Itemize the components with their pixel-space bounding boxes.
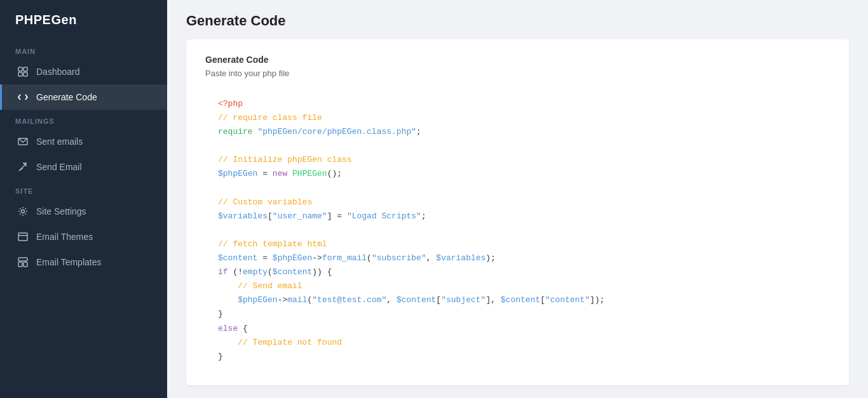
code-line-blank3	[218, 223, 817, 237]
svg-rect-11	[18, 262, 22, 267]
templates-icon	[17, 256, 29, 268]
section-label-mailings: Mailings	[0, 110, 167, 129]
code-block: <?php // require class file require "php…	[205, 91, 830, 370]
sidebar-item-email-templates[interactable]: Email Templates	[0, 249, 167, 275]
code-line-4: // Initialize phpEGen class	[218, 153, 817, 167]
svg-point-7	[22, 210, 25, 213]
svg-rect-2	[18, 72, 22, 76]
code-line-9: $content = $phpEGen->form_mail("subscrib…	[218, 251, 817, 265]
svg-rect-1	[24, 67, 27, 71]
code-line-6: // Custom variables	[218, 196, 817, 209]
main-content: Generate Code Generate Code Paste into y…	[167, 0, 868, 398]
themes-icon	[17, 231, 29, 242]
page-title: Generate Code	[186, 13, 849, 29]
code-line-10: if (!empty($content)) {	[218, 265, 817, 279]
send-email-label: Send Email	[36, 162, 82, 172]
code-line-blank1	[218, 139, 817, 153]
sidebar-item-generate-code[interactable]: Generate Code	[0, 84, 167, 110]
code-line-15: // Template not found	[218, 336, 817, 350]
sidebar-item-send-email[interactable]: Send Email	[0, 154, 167, 180]
sidebar-section-main: Main Dashboard Generate Code	[0, 40, 167, 110]
code-line-1: <?php	[218, 97, 817, 111]
generate-code-label: Generate Code	[36, 92, 97, 102]
code-line-blank2	[218, 182, 817, 196]
section-label-main: Main	[0, 40, 167, 59]
code-line-7: $variables["user_name"] = "Logad Scripts…	[218, 209, 817, 223]
dashboard-label: Dashboard	[36, 67, 80, 77]
sent-emails-label: Sent emails	[36, 136, 83, 147]
page-header: Generate Code	[167, 0, 868, 39]
settings-icon	[17, 206, 29, 217]
sidebar-item-email-themes[interactable]: Email Themes	[0, 224, 167, 249]
svg-rect-3	[24, 72, 27, 76]
section-label-site: Site	[0, 180, 167, 199]
content-subtitle: Paste into your php file	[205, 69, 830, 78]
sidebar-item-site-settings[interactable]: Site Settings	[0, 199, 167, 224]
send-icon	[17, 161, 29, 173]
code-line-11: // Send email	[218, 279, 817, 293]
code-line-14: else {	[218, 322, 817, 336]
content-area: Generate Code Paste into your php file <…	[186, 39, 849, 385]
sidebar: PHPEGen Main Dashboard Generate	[0, 0, 167, 398]
code-line-8: // fetch template html	[218, 237, 817, 251]
code-line-5: $phpEGen = new PHPEGen();	[218, 167, 817, 181]
sidebar-item-sent-emails[interactable]: Sent emails	[0, 129, 167, 154]
svg-rect-10	[18, 258, 27, 261]
email-icon	[17, 136, 29, 147]
sidebar-section-mailings: Mailings Sent emails Send Email	[0, 110, 167, 180]
email-templates-label: Email Templates	[36, 257, 101, 267]
sidebar-section-site: Site Site Settings Email Themes	[0, 180, 167, 275]
code-icon	[17, 91, 29, 103]
content-section-title: Generate Code	[205, 55, 830, 65]
app-logo: PHPEGen	[0, 0, 167, 40]
code-line-12: $phpEGen->mail("test@test.com", $content…	[218, 293, 817, 307]
sidebar-item-dashboard[interactable]: Dashboard	[0, 59, 167, 84]
svg-rect-8	[18, 233, 27, 241]
email-themes-label: Email Themes	[36, 232, 93, 242]
code-line-13: }	[218, 307, 817, 321]
svg-rect-0	[18, 67, 22, 71]
svg-rect-12	[24, 262, 27, 267]
dashboard-icon	[17, 66, 29, 77]
code-line-2: // require class file	[218, 111, 817, 125]
site-settings-label: Site Settings	[36, 206, 86, 216]
code-line-16: }	[218, 350, 817, 364]
code-line-3: require "phpEGen/core/phpEGen.class.php"…	[218, 125, 817, 139]
